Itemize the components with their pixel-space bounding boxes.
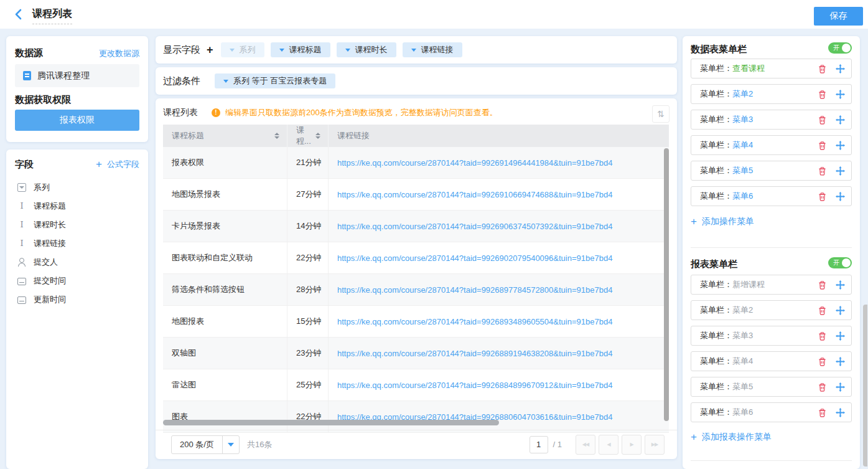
next-page-button[interactable]: ▶ [622,435,642,455]
menu-item[interactable]: 菜单栏：查看课程 [691,59,852,78]
course-link[interactable]: https://ke.qq.com/course/2870144?taid=99… [337,381,612,390]
delete-icon[interactable] [817,407,827,417]
menu-item-value[interactable]: 菜单3 [732,330,753,341]
menu-item-value[interactable]: 菜单6 [732,407,753,418]
menu-item[interactable]: 菜单栏：菜单3 [691,326,852,346]
field-chip[interactable]: 课程时长 [337,42,396,57]
field-item[interactable]: 提交时间 [6,272,148,290]
prev-page-button[interactable]: ◀ [599,435,618,455]
delete-icon[interactable] [817,89,827,99]
delete-icon[interactable] [817,115,827,125]
menu-item-value[interactable]: 菜单2 [732,88,753,100]
field-chip[interactable]: 课程链接 [403,42,462,57]
table-horizontal-scrollbar[interactable] [163,420,499,425]
menu-item[interactable]: 菜单栏：菜单4 [691,135,852,155]
field-item[interactable]: 更新时间 [6,290,148,309]
menu-item-value[interactable]: 菜单4 [732,356,753,367]
delete-icon[interactable] [817,166,827,176]
chevron-down-icon[interactable] [345,49,350,52]
move-icon[interactable] [835,140,845,150]
delete-icon[interactable] [817,305,827,315]
page-vertical-scrollbar[interactable] [863,305,867,467]
menu-item-value[interactable]: 菜单2 [732,305,753,316]
course-link[interactable]: https://ke.qq.com/course/2870144?taid=99… [337,349,612,358]
course-link[interactable]: https://ke.qq.com/course/2870144?taid=99… [337,285,612,295]
menu-item-value[interactable]: 查看课程 [732,63,765,74]
menu-item-value[interactable]: 菜单3 [732,114,753,125]
menu-item[interactable]: 菜单栏：菜单6 [691,186,852,206]
table-vertical-scrollbar[interactable] [664,148,669,421]
delete-icon[interactable] [817,64,827,73]
change-datasource-link[interactable]: 更改数据源 [99,48,139,59]
add-table-menu-link[interactable]: + 添加操作菜单 [691,216,754,228]
move-icon[interactable] [835,356,845,366]
menu-item-value[interactable]: 菜单5 [732,381,753,392]
move-icon[interactable] [835,305,845,315]
field-item[interactable]: 课程标题 [6,197,148,216]
field-item[interactable]: 课程链接 [6,234,148,253]
table-menu-toggle[interactable]: 开 [828,42,852,54]
field-chip[interactable]: 课程标题 [271,42,330,57]
move-icon[interactable] [835,191,845,201]
add-report-menu-link[interactable]: + 添加报表操作菜单 [691,431,772,443]
filter-chip[interactable]: 系列 等于 百宝云报表专题 [215,73,335,88]
menu-item[interactable]: 菜单栏：菜单3 [691,110,852,130]
delete-icon[interactable] [817,280,827,290]
delete-icon[interactable] [817,140,827,150]
delete-icon[interactable] [817,191,827,201]
course-link[interactable]: https://ke.qq.com/course/2870144?taid=99… [337,222,612,231]
move-icon[interactable] [835,166,845,176]
sort-order-button[interactable]: ⇅ [652,105,670,123]
column-header[interactable]: 课程... [287,125,329,147]
column-header[interactable]: 课程链接 [329,125,669,147]
last-page-button[interactable]: ▶▶ [645,435,665,455]
menu-item-value[interactable]: 菜单4 [732,140,753,151]
page-title[interactable]: 课程列表 [32,7,72,24]
field-chip[interactable]: 系列 [221,42,264,57]
sort-arrows-icon[interactable] [315,133,320,139]
move-icon[interactable] [835,115,845,125]
save-button[interactable]: 保存 [814,7,863,26]
delete-icon[interactable] [817,382,827,392]
menu-item[interactable]: 菜单栏：新增课程 [691,275,852,295]
move-icon[interactable] [835,382,845,392]
report-menu-toggle[interactable]: 开 [828,257,852,268]
course-link[interactable]: https://ke.qq.com/course/2870144?taid=99… [337,190,612,199]
back-icon[interactable] [12,8,25,21]
field-item[interactable]: 课程时长 [6,216,148,234]
page-input[interactable]: 1 [530,436,548,453]
menu-item-value[interactable]: 菜单5 [732,165,753,176]
column-header[interactable]: 课程标题 [163,125,287,147]
chevron-down-icon[interactable] [223,80,228,83]
add-display-field-button[interactable]: + [207,44,213,57]
menu-item[interactable]: 菜单栏：菜单5 [691,377,852,397]
course-link[interactable]: https://ke.qq.com/course/2870144?taid=99… [337,158,612,168]
sort-arrows-icon[interactable] [274,133,279,139]
chevron-down-icon[interactable] [230,49,235,52]
move-icon[interactable] [835,407,845,417]
course-link[interactable]: https://ke.qq.com/course/2870144?taid=99… [337,317,612,326]
menu-item[interactable]: 菜单栏：菜单2 [691,300,852,320]
menu-item[interactable]: 菜单栏：菜单4 [691,351,852,371]
move-icon[interactable] [835,64,845,73]
add-formula-field-link[interactable]: + 公式字段 [96,158,139,171]
menu-item[interactable]: 菜单栏：菜单2 [691,84,852,104]
menu-item[interactable]: 菜单栏：菜单5 [691,161,852,181]
move-icon[interactable] [835,331,845,341]
move-icon[interactable] [835,280,845,290]
delete-icon[interactable] [817,356,827,366]
move-icon[interactable] [835,89,845,99]
chevron-down-icon[interactable] [222,436,239,453]
datasource-item[interactable]: 腾讯课程整理 [15,64,139,87]
page-size-select[interactable]: 200 条/页 [171,435,240,454]
menu-item-value[interactable]: 菜单6 [732,191,753,202]
menu-item[interactable]: 菜单栏：菜单6 [691,402,852,422]
field-item[interactable]: 提交人 [6,253,148,272]
chevron-down-icon[interactable] [411,49,416,52]
report-permission-button[interactable]: 报表权限 [15,110,139,131]
course-link[interactable]: https://ke.qq.com/course/2870144?taid=99… [337,253,612,263]
menu-item-value[interactable]: 新增课程 [732,279,765,290]
chevron-down-icon[interactable] [279,49,284,52]
delete-icon[interactable] [817,331,827,341]
first-page-button[interactable]: ◀◀ [576,435,595,455]
